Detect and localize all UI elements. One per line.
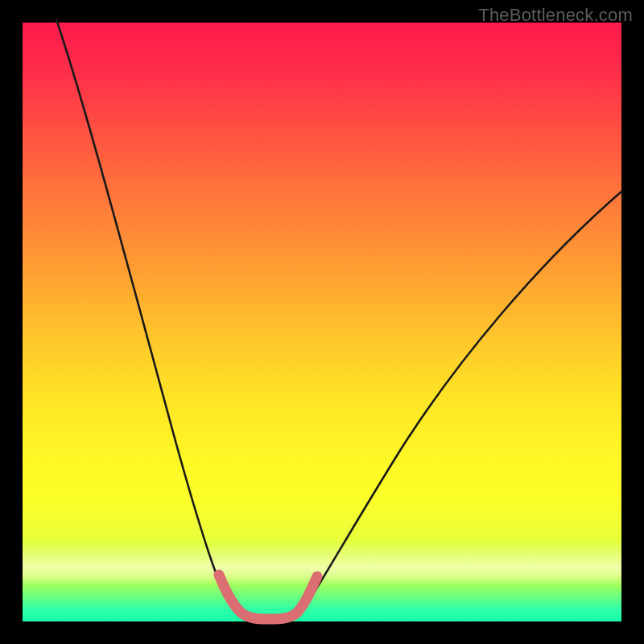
bottleneck-curve-right bbox=[283, 192, 621, 618]
chart-frame: TheBottleneck.com bbox=[0, 0, 644, 644]
bottleneck-curve-left bbox=[56, 19, 253, 618]
watermark-text: TheBottleneck.com bbox=[478, 5, 633, 26]
curve-svg bbox=[23, 23, 621, 621]
trough-highlight bbox=[219, 575, 317, 619]
plot-area bbox=[23, 23, 621, 621]
